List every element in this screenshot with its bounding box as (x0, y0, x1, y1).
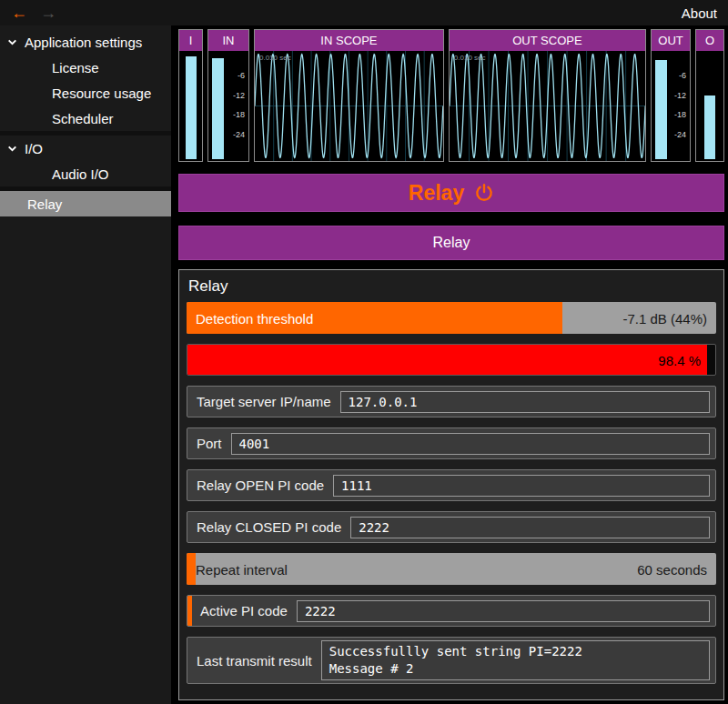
relay-section-banner[interactable]: Relay (178, 174, 724, 212)
relay-closed-pi-input[interactable] (350, 517, 710, 538)
tab-relay[interactable]: Relay (178, 226, 724, 260)
panel-heading: Relay (187, 276, 716, 297)
sidebar-item-label: License (52, 60, 99, 75)
sidebar-item-resource-usage[interactable]: Resource usage (0, 80, 171, 106)
meter-body (179, 51, 202, 161)
output-level-meter-o: O (695, 29, 724, 162)
relay-open-pi-input[interactable] (333, 475, 710, 497)
field-label: Port (187, 436, 231, 451)
tab-label: Relay (433, 235, 470, 251)
db-tick-label: -12 (233, 91, 245, 100)
chevron-down-icon[interactable] (6, 143, 18, 155)
sidebar-item-label: Application settings (25, 35, 142, 50)
level-bar (704, 96, 715, 159)
level-fill (187, 345, 707, 375)
meter-body: -6 -12 -18 -24 (652, 51, 690, 161)
db-tick-label: -18 (674, 110, 686, 119)
in-scope-waveform (255, 51, 443, 161)
signal-level-meter-bar: 98.4 % (187, 344, 716, 376)
sidebar-item-label: Resource usage (52, 85, 151, 101)
sidebar-item-license[interactable]: License (0, 55, 171, 80)
repeat-interval-slider[interactable]: Repeat interval 60 seconds (187, 553, 716, 585)
input-level-meter-in: IN -6 -12 -18 -24 (207, 29, 249, 162)
db-tick-label: -12 (674, 91, 686, 100)
sidebar-item-application-settings[interactable]: Application settings (0, 29, 171, 55)
level-bar (212, 58, 224, 159)
field-target-server: Target server IP/name (187, 386, 716, 417)
level-bar (655, 60, 667, 159)
field-last-transmit-result: Last transmit result Successfullly sent … (187, 637, 716, 684)
chevron-down-icon[interactable] (6, 36, 18, 48)
port-input[interactable] (231, 433, 710, 455)
sidebar-item-audio-io[interactable]: Audio I/O (0, 161, 171, 186)
main-area: I IN -6 -12 -18 -24 IN SCOPE 0.010 se (171, 25, 728, 704)
sidebar-item-scheduler[interactable]: Scheduler (0, 106, 171, 131)
slider-label: Repeat interval (196, 561, 288, 577)
db-tick-label: -24 (674, 130, 686, 139)
meter-body (696, 51, 723, 161)
field-port: Port (187, 427, 716, 459)
out-scope-waveform (450, 51, 645, 161)
slider-value: 60 seconds (637, 561, 707, 577)
field-label: Last transmit result (187, 653, 321, 669)
in-scope-panel: IN SCOPE 0.010 sec (254, 29, 444, 162)
window-content: Application settings License Resource us… (0, 25, 728, 704)
level-bar (186, 56, 197, 159)
field-label: Active PI code (187, 603, 297, 619)
slider-fill (187, 553, 196, 585)
sidebar: Application settings License Resource us… (0, 25, 171, 704)
sidebar-item-label: Audio I/O (52, 166, 109, 182)
detection-threshold-slider[interactable]: Detection threshold -7.1 dB (44%) (187, 302, 716, 334)
relay-settings-panel: Relay Detection threshold -7.1 dB (44%) … (178, 269, 724, 700)
power-icon[interactable] (474, 183, 494, 203)
relay-section-title: Relay (409, 181, 464, 206)
target-server-input[interactable] (340, 391, 710, 413)
sidebar-item-relay[interactable]: Relay (0, 191, 171, 216)
meter-header: O (696, 30, 723, 51)
topbar: ← → About (0, 0, 728, 25)
scope-header: OUT SCOPE (450, 30, 645, 51)
about-link[interactable]: About (682, 5, 717, 21)
slider-value: -7.1 dB (44%) (622, 310, 707, 326)
sidebar-item-io[interactable]: I/O (0, 136, 171, 161)
sidebar-item-label: Scheduler (52, 111, 114, 126)
db-tick-label: -6 (238, 71, 245, 80)
sidebar-item-label: Relay (27, 196, 62, 212)
field-label: Target server IP/name (187, 394, 340, 409)
level-value: 98.4 % (658, 352, 701, 367)
scope-time-label: 0.010 sec (259, 54, 291, 62)
db-tick-label: -18 (233, 110, 245, 119)
meter-body: -6 -12 -18 -24 (208, 51, 248, 161)
result-line: Successfullly sent string PI=2222 (329, 643, 702, 660)
meter-header: IN (208, 30, 248, 51)
sidebar-item-label: I/O (25, 141, 43, 156)
output-level-meter-out: OUT -6 -12 -18 -24 (651, 29, 691, 162)
last-transmit-result: Successfullly sent string PI=2222 Messag… (321, 640, 710, 680)
input-level-meter-i: I (178, 29, 203, 162)
meter-header: I (179, 30, 202, 51)
scope-header: IN SCOPE (255, 30, 443, 51)
meter-header: OUT (652, 30, 690, 51)
result-line: Message # 2 (329, 660, 702, 678)
field-label: Relay OPEN PI code (187, 478, 333, 493)
active-pi-input[interactable] (297, 600, 710, 622)
db-tick-label: -24 (233, 130, 245, 139)
field-relay-open-pi: Relay OPEN PI code (187, 469, 716, 501)
db-tick-label: -6 (679, 71, 686, 80)
field-active-pi: Active PI code (187, 595, 716, 627)
out-scope-panel: OUT SCOPE 0.010 sec (449, 29, 646, 162)
back-arrow-icon[interactable]: ← (11, 5, 27, 21)
field-relay-closed-pi: Relay CLOSED PI code (187, 511, 716, 543)
slider-label: Detection threshold (196, 310, 313, 326)
meter-strip: I IN -6 -12 -18 -24 IN SCOPE 0.010 se (178, 29, 724, 162)
scope-time-label: 0.010 sec (454, 54, 486, 62)
field-label: Relay CLOSED PI code (187, 519, 350, 535)
scope-display: 0.010 sec (255, 51, 443, 161)
forward-arrow-icon[interactable]: → (40, 5, 56, 21)
scope-display: 0.010 sec (450, 51, 645, 161)
